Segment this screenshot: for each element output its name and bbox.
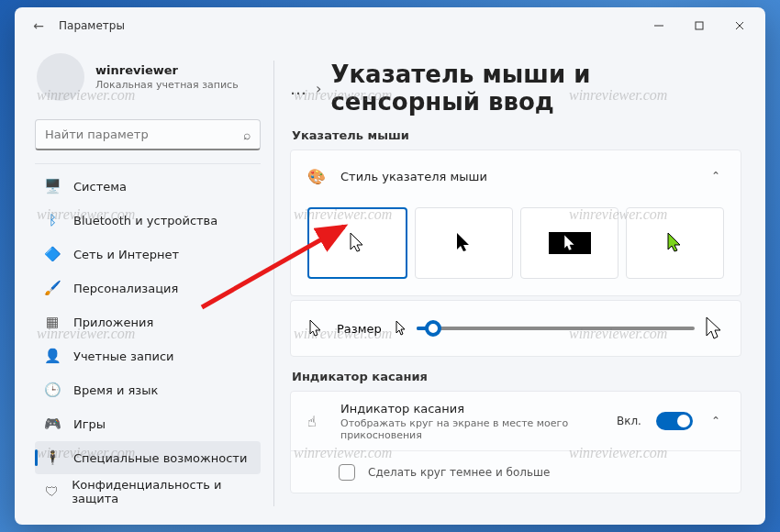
sidebar-item-5[interactable]: 👤Учетные записи	[35, 339, 261, 372]
nav-label: Сеть и Интернет	[73, 248, 179, 261]
sidebar-item-4[interactable]: ▦Приложения	[35, 305, 261, 338]
nav-icon: ▦	[44, 314, 61, 330]
nav-icon: 👤	[44, 348, 61, 364]
pointer-style-custom[interactable]	[626, 207, 724, 279]
touch-darker-label: Сделать круг темнее и больше	[368, 466, 550, 479]
size-slider[interactable]	[417, 327, 695, 330]
pointer-style-title: Стиль указателя мыши	[340, 170, 693, 183]
cursor-small-icon	[395, 320, 407, 337]
nav-label: Bluetooth и устройства	[73, 214, 217, 227]
touch-title: Индикатор касания	[340, 402, 602, 416]
nav-icon: 🔷	[44, 246, 61, 262]
nav-icon: ᛒ	[44, 212, 61, 228]
cursor-icon	[307, 318, 324, 338]
window-title: Параметры	[59, 19, 639, 32]
pointer-style-white[interactable]	[307, 207, 407, 279]
nav-label: Игры	[73, 417, 106, 431]
nav-label: Конфиденциальность и защита	[72, 478, 251, 505]
nav-label: Учетные записи	[73, 349, 174, 363]
pointer-style-inverted[interactable]	[520, 207, 618, 279]
nav-icon: 🛡	[44, 483, 59, 500]
touch-toggle[interactable]	[656, 412, 693, 430]
sidebar-item-9[interactable]: 🛡Конфиденциальность и защита	[35, 475, 261, 508]
pointer-style-black[interactable]	[415, 207, 513, 279]
sidebar-item-8[interactable]: 🕴Специальные возможности	[35, 441, 261, 474]
search-input[interactable]	[45, 127, 243, 141]
user-sub: Локальная учетная запись	[95, 79, 239, 91]
touch-darker-row[interactable]: Сделать круг темнее и больше	[291, 450, 741, 493]
page-title: Указатель мыши и сенсорный ввод	[330, 61, 741, 116]
sidebar-item-6[interactable]: 🕒Время и язык	[35, 373, 261, 406]
maximize-button[interactable]	[679, 12, 719, 39]
chevron-up-icon[interactable]: ⌃	[708, 166, 724, 186]
nav-label: Специальные возможности	[73, 451, 247, 465]
section-pointer: Указатель мыши	[292, 128, 741, 142]
cursor-large-icon	[704, 316, 724, 341]
sidebar-item-2[interactable]: 🔷Сеть и Интернет	[35, 238, 261, 271]
breadcrumb[interactable]: …	[290, 79, 306, 98]
toggle-state-label: Вкл.	[617, 415, 641, 427]
search-icon: ⌕	[243, 127, 251, 142]
nav-label: Время и язык	[73, 383, 158, 397]
nav-icon: 🎮	[44, 416, 61, 432]
user-account[interactable]: winreviewer Локальная учетная запись	[35, 50, 261, 105]
sidebar-item-3[interactable]: 🖌️Персонализация	[35, 272, 261, 305]
pointer-size-row: Размер	[291, 301, 741, 356]
pointer-style-header[interactable]: 🎨 Стиль указателя мыши ⌃	[291, 150, 741, 202]
nav-label: Приложения	[73, 316, 153, 329]
back-button[interactable]: ←	[28, 15, 50, 37]
minimize-button[interactable]	[639, 12, 679, 39]
close-button[interactable]	[719, 12, 760, 39]
nav-icon: 🖌️	[44, 280, 61, 296]
nav-icon: 🕒	[44, 382, 61, 398]
sidebar-item-0[interactable]: 🖥️Система	[35, 170, 261, 203]
size-label: Размер	[337, 322, 382, 336]
nav-icon: 🕴	[44, 449, 61, 466]
chevron-right-icon: ›	[316, 80, 321, 97]
user-name: winreviewer	[95, 63, 239, 77]
sidebar-item-10[interactable]: ⟳Центр обновления Windows	[35, 509, 261, 515]
touch-sub: Отображать круг на экране в месте моего …	[340, 417, 602, 441]
chevron-up-icon[interactable]: ⌃	[708, 411, 724, 431]
sidebar-item-7[interactable]: 🎮Игры	[35, 407, 261, 440]
nav-icon: 🖥️	[44, 178, 61, 194]
touch-darker-checkbox[interactable]	[339, 464, 355, 481]
touch-icon: ☝	[307, 413, 326, 430]
nav-label: Система	[73, 180, 127, 194]
search-box[interactable]: ⌕	[35, 119, 261, 150]
section-touch: Индикатор касания	[292, 370, 741, 383]
sidebar-item-1[interactable]: ᛒBluetooth и устройства	[35, 204, 261, 237]
palette-icon: 🎨	[307, 168, 326, 185]
touch-indicator-row[interactable]: ☝ Индикатор касания Отображать круг на э…	[291, 392, 741, 450]
nav-label: Персонализация	[73, 282, 178, 295]
avatar	[37, 53, 84, 101]
svg-rect-1	[696, 22, 703, 29]
